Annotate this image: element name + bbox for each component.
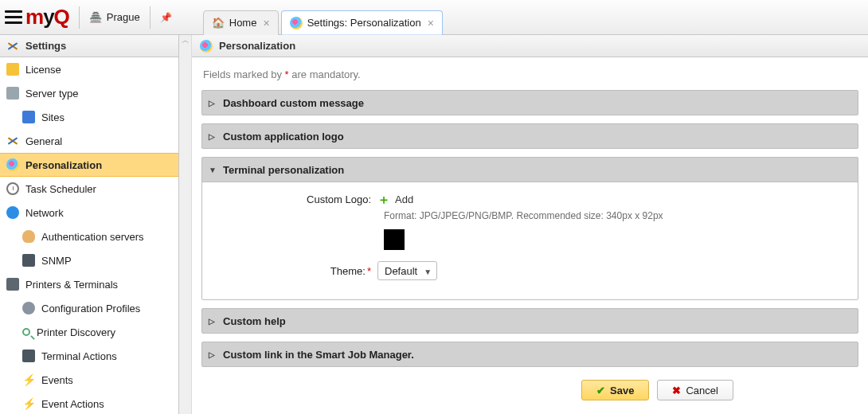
logo-format-hint: Format: JPG/JPEG/PNG/BMP. Recommended si… (384, 210, 850, 221)
globe-icon (6, 206, 19, 219)
chevron-up-icon: ︿ (182, 35, 190, 46)
palette-icon (200, 40, 213, 53)
sidebar-item-task-scheduler[interactable]: Task Scheduler (0, 177, 178, 201)
sidebar-item-events[interactable]: Events (0, 368, 178, 392)
theme-select[interactable]: Default ▼ (377, 261, 437, 280)
sidebar-item-label: Printers & Terminals (25, 279, 118, 291)
chevron-right-icon: ▷ (209, 99, 217, 107)
separator (150, 6, 151, 29)
chevron-down-icon: ▼ (209, 166, 217, 174)
check-icon: ✔ (596, 385, 605, 396)
add-logo-button[interactable]: ＋ Add (377, 193, 413, 205)
sidebar-item-label: Events (41, 374, 73, 386)
sidebar-item-label: Configuration Profiles (41, 303, 140, 314)
sidebar-item-network[interactable]: Network (0, 201, 178, 225)
location-selector[interactable]: Prague (83, 8, 147, 27)
chevron-right-icon: ▷ (209, 317, 217, 326)
tab-home[interactable]: Home × (203, 10, 279, 36)
logo-preview-thumbnail[interactable] (384, 229, 405, 250)
sidebar-item-label: Event Actions (41, 398, 104, 410)
panel-dashboard-message: ▷ Dashboard custom message (201, 90, 858, 115)
save-label: Save (610, 385, 634, 396)
sidebar-item-terminal-actions[interactable]: Terminal Actions (0, 344, 178, 368)
close-icon[interactable]: × (428, 17, 434, 29)
sidebar-item-label: Personalization (25, 159, 102, 171)
mandatory-prefix: Fields marked by (203, 68, 285, 80)
sidebar-item-label: Task Scheduler (25, 183, 96, 195)
server-icon (6, 87, 19, 100)
panel-toggle[interactable]: ▷ Custom application logo (202, 124, 858, 148)
wrench-screw-icon (6, 135, 19, 147)
sidebar-item-license[interactable]: License (0, 57, 178, 81)
tabstrip: Home × Settings: Personalization × (203, 0, 443, 35)
panel-title: Custom link in the Smart Job Manager. (223, 349, 414, 361)
sidebar-item-label: Network (25, 207, 64, 219)
settings-sidebar: Settings LicenseServer typeSitesGeneralP… (0, 35, 179, 414)
sidebar-item-label: SNMP (41, 255, 72, 267)
cancel-label: Cancel (686, 385, 717, 396)
sidebar-item-snmp[interactable]: SNMP (0, 248, 178, 272)
panel-title: Custom help (223, 315, 286, 327)
tools-icon (6, 40, 19, 53)
page-title: Personalization (219, 40, 295, 52)
sidebar-item-general[interactable]: General (0, 129, 178, 153)
sidebar-item-server-type[interactable]: Server type (0, 81, 178, 105)
custom-logo-label: Custom Logo: (210, 193, 377, 205)
cross-icon: ✖ (672, 385, 681, 396)
panel-toggle[interactable]: ▷ Custom link in the Smart Job Manager. (202, 342, 858, 366)
tower-icon (89, 11, 102, 24)
save-button[interactable]: ✔ Save (581, 380, 649, 400)
tab-label: Home (229, 17, 257, 29)
location-label: Prague (107, 11, 140, 23)
add-label: Add (395, 193, 413, 205)
panel-toggle[interactable]: ▼ Terminal personalization (202, 158, 858, 182)
sidebar-item-label: Server type (25, 88, 78, 100)
sidebar-item-configuration-profiles[interactable]: Configuration Profiles (0, 296, 178, 320)
settings-tree[interactable]: LicenseServer typeSitesGeneralPersonaliz… (0, 57, 178, 414)
tab-label: Settings: Personalization (307, 17, 421, 29)
panel-title: Dashboard custom message (223, 97, 364, 109)
sidebar-item-printer-discovery[interactable]: Printer Discovery (0, 320, 178, 344)
user-icon (22, 230, 35, 243)
pin-button[interactable] (154, 8, 179, 27)
sidebar-item-label: License (25, 64, 61, 76)
menu-button[interactable] (5, 9, 22, 26)
sidebar-item-printers-terminals[interactable]: Printers & Terminals (0, 272, 178, 296)
chevron-right-icon: ▷ (209, 132, 217, 141)
gear-icon (22, 302, 35, 314)
close-icon[interactable]: × (263, 17, 269, 29)
pin-icon (160, 11, 173, 24)
palette-icon (290, 17, 303, 29)
bolt-icon (22, 373, 35, 386)
mandatory-suffix: are mandatory. (289, 68, 361, 80)
screen-icon (22, 254, 35, 267)
panel-custom-app-logo: ▷ Custom application logo (201, 123, 858, 149)
panel-title: Terminal personalization (223, 164, 344, 176)
bolt-icon (22, 397, 35, 410)
sidebar-item-authentication-servers[interactable]: Authentication servers (0, 225, 178, 248)
separator (79, 6, 80, 29)
theme-value: Default (385, 265, 417, 277)
panel-custom-help: ▷ Custom help (201, 308, 858, 334)
sidebar-item-personalization[interactable]: Personalization (0, 153, 178, 177)
panel-toggle[interactable]: ▷ Custom help (202, 309, 858, 333)
tab-settings-personalization[interactable]: Settings: Personalization × (281, 10, 443, 36)
content-area: ︿ Personalization Fields marked by * are… (179, 35, 868, 414)
scroll-indicator[interactable]: ︿ (179, 35, 192, 414)
cancel-button[interactable]: ✖ Cancel (657, 380, 733, 400)
page-header: Personalization (192, 35, 868, 57)
sidebar-item-sites[interactable]: Sites (0, 105, 178, 129)
panel-terminal-personalization: ▼ Terminal personalization Custom Logo: … (201, 157, 858, 300)
sidebar-item-label: Authentication servers (41, 231, 144, 243)
mandatory-note: Fields marked by * are mandatory. (201, 64, 858, 90)
panel-toggle[interactable]: ▷ Dashboard custom message (202, 91, 858, 115)
screen-icon (22, 350, 35, 362)
palette-icon (6, 158, 19, 171)
app-logo: myQ (25, 5, 69, 29)
panel-title: Custom application logo (223, 131, 344, 143)
top-toolbar: myQ Prague Home × Settings: Personalizat… (0, 0, 868, 35)
plus-icon: ＋ (377, 194, 390, 205)
site-icon (22, 111, 35, 123)
sidebar-item-event-actions[interactable]: Event Actions (0, 392, 178, 414)
printer-icon (6, 278, 19, 291)
